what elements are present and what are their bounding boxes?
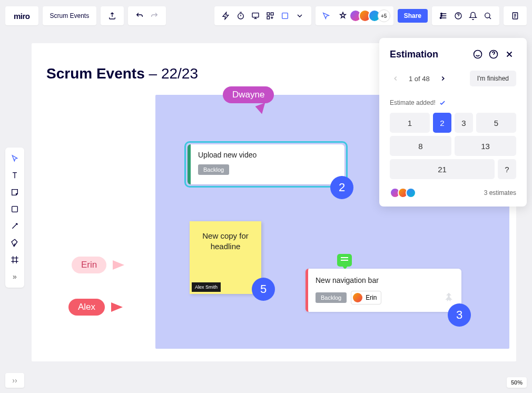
select-tool-icon[interactable]: [7, 151, 23, 166]
sticky-tool-icon[interactable]: [7, 184, 23, 200]
panel-help-icon[interactable]: [487, 47, 500, 61]
status-message: Estimate added!: [390, 99, 516, 106]
close-icon[interactable]: [503, 47, 516, 61]
title-sep: –: [145, 65, 161, 82]
estimate-badge: 2: [330, 176, 353, 199]
estimate-badge: 3: [448, 303, 471, 327]
expand-handle[interactable]: ››: [5, 373, 24, 388]
prev-button: [390, 73, 401, 84]
estimate-option[interactable]: 5: [476, 113, 516, 133]
status-text: Estimate added!: [390, 99, 436, 106]
title-bold: Scrum Events: [46, 65, 145, 82]
svg-point-8: [440, 17, 441, 19]
task-card-selected[interactable]: Upload new video Backlog: [184, 141, 348, 188]
next-button[interactable]: [437, 73, 449, 84]
presentation-icon[interactable]: [248, 8, 263, 23]
task-card: Upload new video Backlog: [188, 144, 344, 184]
cursor-label: Erin: [72, 257, 106, 273]
estimate-option[interactable]: 1: [390, 113, 430, 133]
voter-avatars: [390, 188, 416, 198]
chat-icon[interactable]: [471, 47, 485, 61]
panel-footer: 3 estimates: [390, 188, 516, 198]
estimate-option[interactable]: 3: [455, 113, 473, 133]
svg-point-13: [474, 51, 482, 58]
svg-rect-1: [252, 13, 259, 17]
card-title: Upload new video: [198, 151, 337, 159]
redo-icon[interactable]: [147, 8, 162, 23]
undo-icon[interactable]: [132, 8, 147, 23]
center-tools-group: [214, 6, 311, 25]
cursor-alex: Alex: [68, 299, 123, 316]
sticky-note[interactable]: New copy for headline Alex Smith: [190, 221, 261, 294]
more-tools-icon[interactable]: [292, 8, 307, 23]
estimate-option[interactable]: ?: [498, 159, 516, 179]
estimate-badge: 5: [252, 278, 275, 301]
share-button[interactable]: Share: [398, 9, 428, 23]
apps-icon[interactable]: [263, 8, 278, 23]
cursor-label: Alex: [68, 299, 105, 316]
jira-icon: [444, 292, 454, 304]
estimate-grid: 1 2 3 5 8 13 21 ?: [390, 113, 516, 179]
svg-rect-12: [12, 207, 18, 212]
sticky-author: Alex Smith: [192, 282, 221, 292]
assignee-name: Erin: [366, 294, 377, 301]
timer-icon[interactable]: [233, 8, 248, 23]
notes-group: [504, 6, 527, 25]
status-tag: Backlog: [198, 164, 229, 175]
svg-rect-4: [267, 16, 270, 19]
cursor-arrow-icon: [255, 103, 268, 115]
estimate-option-selected[interactable]: 2: [433, 113, 451, 133]
estimate-option[interactable]: 13: [455, 136, 516, 156]
left-toolbar: »: [5, 148, 24, 288]
board-name-group[interactable]: Scrum Events: [43, 6, 97, 25]
comment-icon[interactable]: [337, 254, 352, 267]
export-group: [101, 6, 124, 25]
svg-rect-2: [267, 13, 270, 15]
miro-logo[interactable]: miro: [9, 12, 34, 21]
board-title: Scrum Events – 22/23: [46, 65, 198, 82]
export-icon[interactable]: [105, 8, 120, 23]
search-icon[interactable]: [480, 8, 495, 23]
collab-group: +5: [316, 6, 393, 25]
estimate-tool-icon[interactable]: [278, 8, 292, 23]
status-tag: Backlog: [316, 292, 347, 303]
finished-button[interactable]: I'm finished: [470, 71, 516, 86]
estimate-option[interactable]: 8: [390, 136, 451, 156]
svg-point-10: [485, 13, 490, 18]
frame-tool-icon[interactable]: [7, 252, 23, 268]
zoom-level[interactable]: 50%: [507, 377, 527, 388]
cursor-follow-icon[interactable]: [319, 8, 333, 23]
lightning-icon[interactable]: [219, 8, 233, 23]
pager: 1 of 48 I'm finished: [390, 71, 516, 86]
svg-rect-5: [282, 13, 288, 19]
reactions-icon[interactable]: [336, 8, 350, 23]
presence-avatars[interactable]: +5: [352, 9, 390, 22]
cursor-arrow-icon: [113, 260, 124, 270]
help-icon[interactable]: [451, 8, 466, 23]
cursor-arrow-icon: [111, 302, 123, 312]
svg-point-7: [441, 15, 442, 17]
line-tool-icon[interactable]: [7, 218, 23, 234]
card-title: New navigation bar: [316, 276, 454, 284]
notes-icon[interactable]: [508, 8, 523, 23]
estimate-option[interactable]: 21: [390, 159, 495, 179]
panel-title: Estimation: [390, 49, 469, 60]
task-card[interactable]: New navigation bar Backlog Erin: [306, 269, 461, 312]
more-tools-icon[interactable]: »: [7, 269, 23, 284]
avatar: [353, 293, 362, 302]
right-tools-group: [432, 6, 499, 25]
estimation-panel: Estimation 1 of 48 I'm finished Estimate…: [379, 38, 527, 207]
svg-point-6: [441, 13, 442, 15]
board-name: Scrum Events: [47, 12, 93, 19]
sticky-text: New copy for headline: [202, 231, 249, 251]
pager-text: 1 of 48: [409, 75, 430, 83]
cursor-label: Dwayne: [223, 86, 274, 103]
settings-icon[interactable]: [436, 8, 451, 23]
text-tool-icon[interactable]: [7, 168, 23, 183]
shape-tool-icon[interactable]: [7, 201, 23, 217]
avatar-more[interactable]: +5: [378, 9, 390, 22]
cursor-erin: Erin: [72, 257, 124, 273]
bell-icon[interactable]: [466, 8, 480, 23]
svg-point-0: [238, 13, 243, 19]
pen-tool-icon[interactable]: [7, 235, 23, 251]
